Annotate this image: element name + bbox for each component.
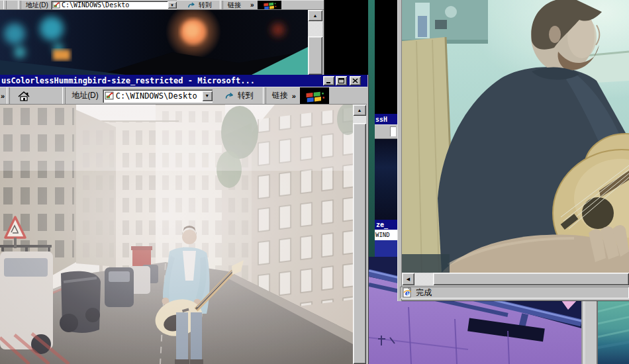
address-label: 地址(D) [72, 90, 99, 101]
vertical-scrollbar[interactable]: ▲ [353, 105, 366, 364]
scrollbar-track[interactable] [414, 273, 433, 285]
address-fragment-text: WIND [375, 232, 390, 238]
links-label[interactable]: 链接 [272, 90, 288, 101]
main-window-title: usColorlessHummingbird-size_restricted -… [1, 76, 322, 85]
dropdown-arrow-icon: ▼ [205, 93, 209, 98]
address-dropdown-button[interactable]: ▼ [168, 1, 177, 9]
background-window-toolbar [375, 124, 397, 139]
minimize-button[interactable] [323, 76, 334, 85]
top-address-toolbar: 地址(D) C:\WINDOWS\Deskto ▼ 转到 链接 » [0, 0, 324, 10]
ie-document-icon: e [402, 287, 412, 298]
status-text: 完成 [416, 287, 432, 298]
maximize-button[interactable] [336, 76, 347, 85]
vertical-scrollbar[interactable]: ▲ [308, 10, 322, 75]
address-combobox[interactable]: C:\WINDOWS\Deskto ▼ [103, 89, 213, 103]
desktop-stage: ssH ze_ WIND [0, 0, 629, 364]
guitar-video-frame [402, 0, 629, 273]
home-icon [17, 91, 30, 101]
address-combobox[interactable]: C:\WINDOWS\Deskto ▼ [51, 1, 177, 9]
windows-logo-throbber [300, 87, 329, 104]
night-scene-image [0, 10, 308, 75]
background-window2-title-text: ze_ [376, 221, 388, 228]
scrollbar-thumb[interactable] [308, 36, 322, 75]
media-browser-window: ◀ e 完成 [397, 0, 629, 301]
close-button[interactable] [350, 76, 361, 85]
night-scene-art [0, 10, 308, 75]
links-overflow-chevron[interactable]: » [292, 92, 296, 100]
toolbar-separator [3, 1, 7, 9]
toolbar-separator [18, 1, 21, 9]
street-scene-art [0, 105, 353, 364]
main-window-titlebar[interactable]: usColorlessHummingbird-size_restricted -… [0, 75, 367, 87]
address-label: 地址(D) [26, 1, 48, 10]
teal-texture [598, 299, 629, 364]
street-video-frame [0, 105, 353, 364]
scroll-up-button[interactable]: ▲ [308, 10, 322, 21]
svg-text:e: e [405, 289, 410, 297]
scrollbar-thumb[interactable] [353, 123, 366, 364]
top-browser-window: 地址(D) C:\WINDOWS\Deskto ▼ 转到 链接 » [0, 0, 324, 75]
window-left-border [397, 0, 402, 301]
scrollbar-thumb[interactable] [433, 273, 629, 285]
address-combobox-fragment[interactable] [390, 126, 396, 136]
main-browser-window: usColorlessHummingbird-size_restricted -… [0, 75, 369, 364]
go-arrow-icon [224, 91, 235, 100]
main-address-toolbar: » 地址(D) C:\WINDOWS\Deskto ▼ 转到 [0, 87, 367, 105]
address-dropdown-button[interactable]: ▼ [202, 91, 213, 101]
address-page-icon [52, 1, 60, 9]
background-window-title-text: ssH [375, 116, 387, 123]
toolbar-overflow-chevron[interactable]: » [1, 92, 5, 100]
links-label[interactable]: 链接 [228, 1, 241, 10]
background-browser-window[interactable]: ssH ze_ WIND [375, 0, 397, 259]
address-page-icon [105, 91, 114, 100]
go-button[interactable]: 转到 [220, 90, 258, 101]
toolbar-separator [7, 87, 10, 104]
background-window2-titlebar[interactable]: ze_ [375, 220, 399, 230]
dropdown-arrow-icon: ▼ [170, 3, 174, 7]
go-label: 转到 [199, 1, 212, 10]
scroll-up-icon: ▲ [358, 108, 362, 113]
toolbar-separator [62, 87, 66, 104]
links-overflow-chevron[interactable]: » [250, 1, 254, 9]
background-window-titlebar[interactable]: ssH [375, 114, 398, 124]
toolbar-separator [263, 87, 266, 104]
background-video-sliver [368, 0, 375, 258]
go-arrow-icon [187, 1, 196, 9]
guitar-scene-art [402, 0, 629, 273]
scroll-up-button[interactable]: ▲ [353, 105, 366, 116]
address-input[interactable]: C:\WINDOWS\Deskto [62, 1, 168, 9]
scroll-left-button[interactable]: ◀ [402, 273, 414, 285]
go-label: 转到 [238, 90, 254, 101]
background-window2-address-fragment[interactable]: WIND [375, 230, 398, 240]
windows-logo-throbber [258, 1, 281, 9]
status-bar: e 完成 [400, 287, 629, 298]
horizontal-scrollbar[interactable]: ◀ [402, 273, 629, 285]
scroll-left-icon: ◀ [407, 277, 410, 281]
home-button[interactable] [17, 91, 30, 101]
address-input[interactable]: C:\WINDOWS\Deskto [116, 91, 202, 101]
right-background-window-border [581, 299, 598, 364]
teal-video-sliver [598, 299, 629, 364]
background-window-content [375, 139, 397, 220]
go-button[interactable]: 转到 [183, 1, 216, 10]
toolbar-separator [220, 1, 223, 9]
scroll-up-icon: ▲ [313, 13, 318, 18]
